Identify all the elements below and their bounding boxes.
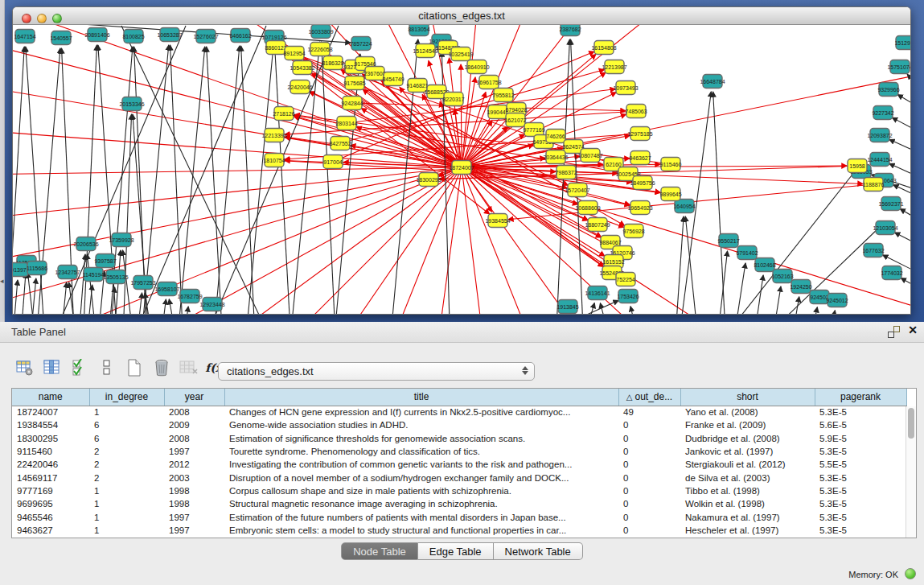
table-cell[interactable]: 2003 <box>164 471 224 484</box>
table-cell[interactable]: 22420046 <box>12 458 89 471</box>
tab-node-table[interactable]: Node Table <box>341 542 418 560</box>
table-cell[interactable]: 1 <box>89 406 164 418</box>
table-cell[interactable]: 1998 <box>164 497 224 510</box>
table-cell[interactable]: Franke et al. (2009) <box>680 418 815 431</box>
network-node[interactable]: 12975185 <box>627 127 652 141</box>
table-cell[interactable]: 1 <box>89 484 164 497</box>
network-node[interactable]: 8427552 <box>329 137 351 150</box>
network-node[interactable]: 12213393 <box>261 129 286 142</box>
table-cell[interactable]: 0 <box>618 418 680 431</box>
table-cell[interactable]: Genome-wide association studies in ADHD. <box>224 418 618 431</box>
network-node[interactable]: 12444154 <box>867 153 892 167</box>
table-cell[interactable]: 18724007 <box>12 406 89 418</box>
table-cell[interactable]: Hescheler et al. (1997) <box>680 524 815 537</box>
table-cell[interactable]: 5.3E-5 <box>815 471 906 484</box>
network-node[interactable]: 7485063 <box>625 105 647 118</box>
table-row[interactable]: 946554611997Estimation of the future num… <box>12 510 906 523</box>
network-node[interactable]: 1913845 <box>556 300 578 314</box>
table-row[interactable]: 2242004622012Investigating the contribut… <box>12 458 906 471</box>
network-node[interactable]: 15692371 <box>878 197 903 211</box>
table-scrollbar[interactable] <box>906 406 916 538</box>
table-row[interactable]: 1872400712008Changes of HCN gene express… <box>12 406 906 418</box>
column-header-title[interactable]: title <box>224 389 618 406</box>
table-cell[interactable]: 5.3E-5 <box>815 510 906 523</box>
network-node[interactable]: 18300295 <box>416 173 441 187</box>
network-node[interactable]: 17359928 <box>109 233 133 247</box>
network-node[interactable]: 18724007 <box>449 161 474 175</box>
table-row[interactable]: 977716911998Corpus callosum shape and si… <box>12 484 906 497</box>
network-node[interactable]: 8220317 <box>442 93 464 106</box>
network-node[interactable]: 15124549 <box>413 44 437 58</box>
table-cell[interactable]: 5.3E-5 <box>815 406 906 418</box>
network-node[interactable]: 8813054 <box>408 25 429 36</box>
table-cell[interactable]: 2012 <box>164 458 224 471</box>
network-node[interactable]: 19654923 <box>627 201 652 215</box>
network-node[interactable]: 2387682 <box>559 25 581 36</box>
network-node[interactable]: 10325419 <box>448 47 473 61</box>
network-node[interactable]: 9899645 <box>659 187 681 201</box>
table-cell[interactable]: Investigating the contribution of common… <box>224 458 618 471</box>
network-node[interactable]: 1924250 <box>790 280 811 294</box>
table-cell[interactable]: Jankovic et al. (1997) <box>680 445 815 458</box>
table-cell[interactable]: 14569117 <box>12 471 89 484</box>
table-cell[interactable]: 1 <box>89 524 164 537</box>
column-header-out-de-[interactable]: △out_de... <box>618 389 680 406</box>
table-cell[interactable]: 5.6E-5 <box>815 418 906 431</box>
network-node[interactable]: 9115460 <box>660 158 682 171</box>
table-cell[interactable]: Disruption of a novel member of a sodium… <box>224 471 618 484</box>
network-node[interactable]: 8186328 <box>322 56 343 70</box>
network-node[interactable]: 15276027 <box>193 30 218 43</box>
table-cell[interactable]: Embryonic stem cells: a model to study s… <box>224 524 618 537</box>
network-node[interactable]: 16961758 <box>476 76 501 89</box>
table-cell[interactable]: 9777169 <box>12 484 89 497</box>
table-cell[interactable]: Yano et al. (2008) <box>680 406 815 418</box>
network-node[interactable]: 8912954 <box>283 47 305 60</box>
network-node[interactable]: 9242844 <box>341 97 363 110</box>
table-cell[interactable]: 0 <box>618 510 680 523</box>
network-view[interactable]: 1647154154055720891406810082510653287152… <box>13 25 910 314</box>
network-node[interactable]: 13505135 <box>103 270 128 284</box>
network-node[interactable]: 10807487 <box>577 149 602 163</box>
row-height-button[interactable] <box>93 356 121 380</box>
network-node[interactable]: 9227342 <box>872 106 893 120</box>
table-cell[interactable]: 18300295 <box>12 432 89 445</box>
network-node[interactable]: 1621072 <box>504 113 526 127</box>
network-node[interactable]: 7857224 <box>350 37 372 51</box>
table-cell[interactable]: 0 <box>618 524 680 537</box>
show-column-button[interactable] <box>39 356 66 380</box>
network-node[interactable]: 16648784 <box>700 75 725 89</box>
table-cell[interactable]: 2 <box>89 445 164 458</box>
network-node[interactable]: 1753426 <box>617 290 639 303</box>
network-node[interactable]: 917004 <box>323 155 343 169</box>
network-table-select[interactable]: citations_edges.txt <box>218 362 535 381</box>
network-node[interactable]: 746266 <box>546 130 565 143</box>
delete-column-button-disabled[interactable] <box>175 356 203 380</box>
table-row[interactable]: 946362711997Embryonic stem cells: a mode… <box>12 524 906 537</box>
network-node[interactable]: 9329966 <box>877 83 899 97</box>
table-row[interactable]: 1456911722003Disruption of a novel membe… <box>12 471 906 484</box>
memory-status-icon[interactable] <box>905 568 916 579</box>
close-panel-icon[interactable]: ✕ <box>908 323 918 336</box>
column-header-name[interactable]: name <box>12 389 89 406</box>
delete-table-button[interactable] <box>148 356 175 380</box>
table-cell[interactable]: 2008 <box>164 432 224 445</box>
table-cell[interactable]: 5.9E-5 <box>815 432 906 445</box>
network-node[interactable]: 1647154 <box>14 30 35 43</box>
network-node[interactable]: 7986372 <box>555 166 577 179</box>
table-cell[interactable]: 2009 <box>164 418 224 431</box>
network-node[interactable]: 16958107 <box>154 282 179 296</box>
network-node[interactable]: 1810754 <box>263 154 285 167</box>
network-node[interactable]: 15720407 <box>565 183 589 197</box>
tab-edge-table[interactable]: Edge Table <box>418 542 494 560</box>
table-cell[interactable]: 5.3E-5 <box>815 524 906 537</box>
network-node[interactable]: 1145194 <box>83 268 105 282</box>
table-cell[interactable]: Estimation of the future numbers of pati… <box>224 510 618 523</box>
network-node[interactable]: 2803144 <box>335 117 357 130</box>
table-cell[interactable]: 2008 <box>164 406 224 418</box>
network-window-titlebar[interactable]: citations_edges.txt <box>13 7 910 25</box>
collapse-arrow-icon[interactable]: ◂ <box>0 277 4 285</box>
side-panel-divider[interactable]: ◂ <box>0 0 5 322</box>
table-cell[interactable]: Corpus callosum shape and size in male p… <box>224 484 618 497</box>
table-cell[interactable]: 5.3E-5 <box>815 497 906 510</box>
table-cell[interactable]: 2 <box>89 458 164 471</box>
